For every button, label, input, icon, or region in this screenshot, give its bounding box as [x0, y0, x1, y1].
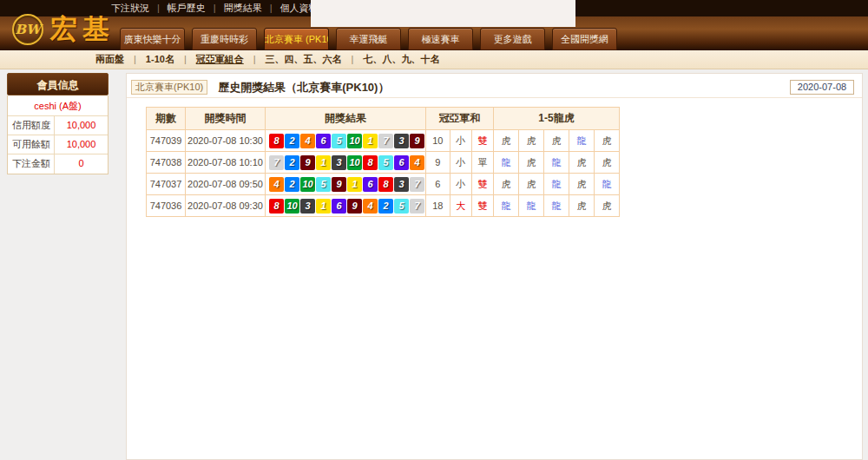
page-title: 歷史開獎結果（北京賽車(PK10)） — [218, 80, 389, 95]
dragon-tiger-cell: 虎 — [595, 152, 620, 174]
col-result: 開獎結果 — [266, 108, 426, 130]
ball: 7 — [269, 155, 284, 170]
ball: 3 — [300, 199, 315, 214]
ball: 6 — [332, 199, 346, 214]
dragon-tiger-cell: 龍 — [569, 130, 595, 152]
site-logo[interactable]: BW 宏基 — [12, 10, 115, 49]
period-cell: 747037 — [147, 174, 186, 195]
ball: 4 — [410, 155, 424, 170]
game-tab[interactable]: 更多遊戲 — [480, 28, 545, 50]
member-info-value: 0 — [55, 154, 108, 174]
member-info-title: 會員信息 — [7, 73, 108, 95]
ball: 5 — [316, 177, 331, 192]
ball: 6 — [316, 134, 331, 148]
sub-navigation: 兩面盤|1-10名|冠亞軍組合|三、四、五、六名|七、八、九、十名 — [0, 50, 868, 69]
results-header-row: 期數 開獎時間 開獎結果 冠亞軍和 1-5龍虎 — [147, 108, 620, 130]
ball: 10 — [347, 134, 362, 148]
ball: 3 — [332, 155, 346, 170]
dragon-tiger-cell: 龍 — [494, 195, 519, 217]
dragon-tiger-cell: 虎 — [569, 152, 595, 174]
ball: 8 — [363, 155, 378, 170]
col-period: 期數 — [147, 108, 186, 130]
sum-cell: 6 — [426, 174, 450, 195]
ball: 4 — [300, 134, 315, 148]
dragon-tiger-cell: 龍 — [544, 152, 569, 174]
time-cell: 2020-07-08 10:30 — [186, 130, 266, 152]
game-badge[interactable]: 北京賽車(PK10) — [131, 80, 207, 95]
dragon-tiger-cell: 虎 — [595, 130, 620, 152]
member-info-label: 下注金額 — [8, 154, 55, 174]
result-row: 7470372020-07-08 09:50421059168376小雙虎虎龍虎… — [147, 174, 620, 195]
ball: 1 — [316, 199, 331, 214]
member-info-value: 10,000 — [55, 116, 108, 135]
size-cell: 大 — [450, 195, 471, 217]
period-cell: 747036 — [147, 195, 186, 217]
link-separator: | — [214, 3, 216, 13]
ball: 3 — [394, 177, 409, 192]
ball: 6 — [394, 155, 409, 170]
subnav-link[interactable]: 冠亞軍組合 — [196, 54, 244, 64]
game-tab[interactable]: 幸運飛艇 — [336, 28, 401, 50]
ball: 10 — [285, 199, 299, 214]
subnav-link[interactable]: 三、四、五、六名 — [266, 54, 342, 64]
logo-site-name: 宏基 — [50, 11, 115, 48]
ball: 1 — [347, 177, 362, 192]
game-tab[interactable]: 北京賽車 (PK10) — [264, 28, 329, 50]
parity-cell: 雙 — [471, 174, 493, 195]
ball: 9 — [300, 155, 315, 170]
page: 下注狀況|帳戶歷史|開獎結果|個人資料|遊戲規則 BW 宏基 廣東快樂十分重慶時… — [0, 0, 868, 460]
time-cell: 2020-07-08 09:50 — [186, 174, 266, 195]
ball: 1 — [363, 134, 378, 148]
size-cell: 小 — [450, 130, 471, 152]
ball: 10 — [300, 177, 315, 192]
member-info-body: ceshi (A盤) 信用額度10,000可用餘額10,000下注金額0 — [7, 95, 108, 174]
ball: 7 — [378, 134, 393, 148]
ball: 8 — [269, 134, 284, 148]
top-link[interactable]: 下注狀況 — [111, 3, 149, 13]
sum-cell: 10 — [426, 130, 450, 152]
link-separator: | — [157, 3, 160, 13]
result-balls-cell: 72913108564 — [266, 152, 426, 174]
subnav-link[interactable]: 七、八、九、十名 — [363, 54, 439, 64]
ball: 4 — [269, 177, 284, 192]
member-info-label: 可用餘額 — [8, 135, 55, 154]
game-tab[interactable]: 廣東快樂十分 — [120, 28, 185, 50]
subnav-separator: | — [134, 54, 136, 64]
dragon-tiger-cell: 虎 — [569, 174, 595, 195]
game-tab[interactable]: 極速賽車 — [408, 28, 473, 50]
ball: 8 — [269, 199, 284, 214]
game-tab[interactable]: 全國開獎網 — [552, 28, 617, 50]
member-info-value: 10,000 — [55, 135, 108, 154]
time-cell: 2020-07-08 09:30 — [186, 195, 266, 217]
ball: 7 — [410, 199, 424, 214]
col-sum-group: 冠亞軍和 — [426, 108, 494, 130]
dragon-tiger-cell: 虎 — [519, 130, 544, 152]
result-row: 7470382020-07-08 10:10729131085649小單龍虎龍虎… — [147, 152, 620, 174]
ball: 9 — [347, 199, 362, 214]
link-separator: | — [270, 3, 273, 13]
dragon-tiger-cell: 虎 — [595, 195, 620, 217]
date-input[interactable]: 2020-07-08 — [790, 80, 854, 95]
ball: 3 — [394, 134, 409, 148]
ball: 1 — [316, 155, 331, 170]
result-row: 7470362020-07-08 09:308103169425718大雙龍龍龍… — [147, 195, 620, 217]
top-link[interactable]: 開獎結果 — [224, 3, 262, 13]
game-tab[interactable]: 重慶時時彩 — [192, 28, 257, 50]
dragon-tiger-cell: 龍 — [519, 195, 544, 217]
result-balls-cell: 42105916837 — [266, 174, 426, 195]
result-balls-cell: 82465101739 — [266, 130, 426, 152]
top-link[interactable]: 帳戶歷史 — [168, 3, 206, 13]
member-info-row: 下注金額0 — [8, 154, 108, 174]
dragon-tiger-cell: 虎 — [569, 195, 595, 217]
main-panel: 北京賽車(PK10) 歷史開獎結果（北京賽車(PK10)） 2020-07-08… — [126, 73, 863, 460]
ball: 4 — [363, 199, 378, 214]
ball: 5 — [394, 199, 409, 214]
ball: 8 — [378, 177, 393, 192]
subnav-link[interactable]: 1-10名 — [146, 54, 174, 64]
time-cell: 2020-07-08 10:10 — [186, 152, 266, 174]
size-cell: 小 — [450, 174, 471, 195]
dragon-tiger-cell: 虎 — [544, 130, 569, 152]
ball: 2 — [378, 199, 393, 214]
subnav-link[interactable]: 兩面盤 — [95, 54, 124, 64]
subnav-separator: | — [253, 54, 256, 64]
